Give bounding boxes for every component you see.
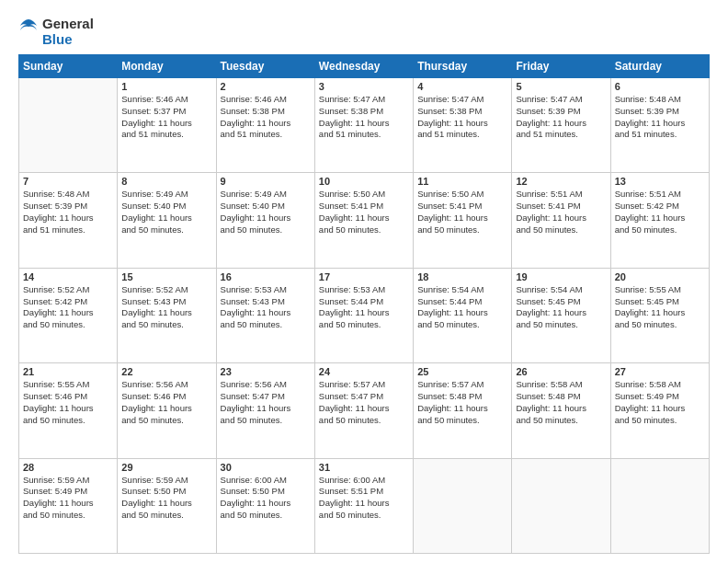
logo: General Blue: [18, 17, 94, 47]
day-info: Sunrise: 5:49 AM Sunset: 5:40 PM Dayligh…: [221, 189, 311, 236]
day-info: Sunrise: 5:50 AM Sunset: 5:41 PM Dayligh…: [417, 189, 507, 236]
calendar-cell: 17Sunrise: 5:53 AM Sunset: 5:44 PM Dayli…: [314, 268, 413, 362]
calendar-cell: 24Sunrise: 5:57 AM Sunset: 5:47 PM Dayli…: [314, 363, 413, 458]
weekday-header-row: SundayMondayTuesdayWednesdayThursdayFrid…: [19, 55, 710, 78]
day-info: Sunrise: 5:50 AM Sunset: 5:41 PM Dayligh…: [319, 189, 409, 236]
day-number: 7: [23, 176, 113, 187]
day-info: Sunrise: 5:52 AM Sunset: 5:43 PM Dayligh…: [121, 284, 211, 331]
calendar-cell: 7Sunrise: 5:48 AM Sunset: 5:39 PM Daylig…: [19, 173, 118, 268]
day-number: 19: [516, 271, 606, 282]
day-info: Sunrise: 5:46 AM Sunset: 5:37 PM Dayligh…: [121, 94, 211, 141]
day-info: Sunrise: 5:47 AM Sunset: 5:38 PM Dayligh…: [319, 94, 409, 141]
page: General Blue SundayMondayTuesdayWednesda…: [0, 0, 728, 563]
day-info: Sunrise: 5:58 AM Sunset: 5:49 PM Dayligh…: [615, 379, 705, 426]
day-number: 29: [121, 462, 211, 473]
calendar-cell: 13Sunrise: 5:51 AM Sunset: 5:42 PM Dayli…: [610, 173, 709, 268]
calendar-cell: 26Sunrise: 5:58 AM Sunset: 5:48 PM Dayli…: [512, 363, 610, 458]
calendar-cell: 10Sunrise: 5:50 AM Sunset: 5:41 PM Dayli…: [314, 173, 413, 268]
day-number: 17: [319, 271, 409, 282]
calendar-cell: 2Sunrise: 5:46 AM Sunset: 5:38 PM Daylig…: [216, 78, 314, 173]
calendar-cell: 31Sunrise: 6:00 AM Sunset: 5:51 PM Dayli…: [314, 458, 413, 553]
day-number: 22: [121, 366, 211, 377]
day-number: 21: [23, 366, 113, 377]
day-info: Sunrise: 5:48 AM Sunset: 5:39 PM Dayligh…: [23, 189, 113, 236]
day-number: 18: [417, 271, 507, 282]
calendar-week-row: 7Sunrise: 5:48 AM Sunset: 5:39 PM Daylig…: [19, 173, 710, 268]
day-info: Sunrise: 5:54 AM Sunset: 5:44 PM Dayligh…: [417, 284, 507, 331]
calendar-cell: 4Sunrise: 5:47 AM Sunset: 5:38 PM Daylig…: [414, 78, 512, 173]
calendar-cell: 15Sunrise: 5:52 AM Sunset: 5:43 PM Dayli…: [118, 268, 216, 362]
day-info: Sunrise: 6:00 AM Sunset: 5:50 PM Dayligh…: [221, 475, 311, 522]
day-number: 25: [417, 366, 507, 377]
calendar-cell: [610, 458, 709, 553]
calendar-week-row: 14Sunrise: 5:52 AM Sunset: 5:42 PM Dayli…: [19, 268, 710, 362]
weekday-header: Wednesday: [314, 55, 413, 78]
weekday-header: Saturday: [610, 55, 709, 78]
day-info: Sunrise: 6:00 AM Sunset: 5:51 PM Dayligh…: [319, 475, 409, 522]
day-number: 31: [319, 462, 409, 473]
calendar-cell: 23Sunrise: 5:56 AM Sunset: 5:47 PM Dayli…: [216, 363, 314, 458]
calendar-cell: 28Sunrise: 5:59 AM Sunset: 5:49 PM Dayli…: [19, 458, 118, 553]
calendar-cell: 22Sunrise: 5:56 AM Sunset: 5:46 PM Dayli…: [118, 363, 216, 458]
day-info: Sunrise: 5:48 AM Sunset: 5:39 PM Dayligh…: [615, 94, 705, 141]
day-info: Sunrise: 5:49 AM Sunset: 5:40 PM Dayligh…: [121, 189, 211, 236]
weekday-header: Thursday: [414, 55, 512, 78]
day-info: Sunrise: 5:46 AM Sunset: 5:38 PM Dayligh…: [221, 94, 311, 141]
day-info: Sunrise: 5:59 AM Sunset: 5:49 PM Dayligh…: [23, 475, 113, 522]
day-info: Sunrise: 5:47 AM Sunset: 5:38 PM Dayligh…: [417, 94, 507, 141]
day-number: 11: [417, 176, 507, 187]
day-info: Sunrise: 5:51 AM Sunset: 5:41 PM Dayligh…: [516, 189, 606, 236]
day-number: 5: [516, 81, 606, 92]
day-number: 12: [516, 176, 606, 187]
day-number: 13: [615, 176, 705, 187]
calendar-cell: 20Sunrise: 5:55 AM Sunset: 5:45 PM Dayli…: [610, 268, 709, 362]
weekday-header: Monday: [118, 55, 216, 78]
day-info: Sunrise: 5:54 AM Sunset: 5:45 PM Dayligh…: [516, 284, 606, 331]
day-number: 8: [121, 176, 211, 187]
day-info: Sunrise: 5:55 AM Sunset: 5:46 PM Dayligh…: [23, 379, 113, 426]
calendar-cell: 1Sunrise: 5:46 AM Sunset: 5:37 PM Daylig…: [118, 78, 216, 173]
day-info: Sunrise: 5:55 AM Sunset: 5:45 PM Dayligh…: [615, 284, 705, 331]
calendar-cell: 9Sunrise: 5:49 AM Sunset: 5:40 PM Daylig…: [216, 173, 314, 268]
calendar-cell: [19, 78, 118, 173]
calendar-cell: 3Sunrise: 5:47 AM Sunset: 5:38 PM Daylig…: [314, 78, 413, 173]
day-info: Sunrise: 5:57 AM Sunset: 5:47 PM Dayligh…: [319, 379, 409, 426]
day-number: 14: [23, 271, 113, 282]
calendar-cell: 29Sunrise: 5:59 AM Sunset: 5:50 PM Dayli…: [118, 458, 216, 553]
logo-text-blue: Blue: [42, 32, 94, 48]
weekday-header: Tuesday: [216, 55, 314, 78]
calendar-cell: 30Sunrise: 6:00 AM Sunset: 5:50 PM Dayli…: [216, 458, 314, 553]
calendar-cell: 18Sunrise: 5:54 AM Sunset: 5:44 PM Dayli…: [414, 268, 512, 362]
weekday-header: Friday: [512, 55, 610, 78]
day-number: 24: [319, 366, 409, 377]
day-number: 3: [319, 81, 409, 92]
day-info: Sunrise: 5:59 AM Sunset: 5:50 PM Dayligh…: [121, 475, 211, 522]
day-number: 26: [516, 366, 606, 377]
day-info: Sunrise: 5:47 AM Sunset: 5:39 PM Dayligh…: [516, 94, 606, 141]
calendar-table: SundayMondayTuesdayWednesdayThursdayFrid…: [18, 54, 710, 554]
day-number: 4: [417, 81, 507, 92]
day-number: 20: [615, 271, 705, 282]
calendar-week-row: 21Sunrise: 5:55 AM Sunset: 5:46 PM Dayli…: [19, 363, 710, 458]
day-number: 27: [615, 366, 705, 377]
day-number: 30: [221, 462, 311, 473]
calendar-cell: [414, 458, 512, 553]
day-info: Sunrise: 5:57 AM Sunset: 5:48 PM Dayligh…: [417, 379, 507, 426]
calendar-cell: 19Sunrise: 5:54 AM Sunset: 5:45 PM Dayli…: [512, 268, 610, 362]
calendar-cell: 12Sunrise: 5:51 AM Sunset: 5:41 PM Dayli…: [512, 173, 610, 268]
weekday-header: Sunday: [19, 55, 118, 78]
day-info: Sunrise: 5:52 AM Sunset: 5:42 PM Dayligh…: [23, 284, 113, 331]
day-number: 15: [121, 271, 211, 282]
calendar-cell: 5Sunrise: 5:47 AM Sunset: 5:39 PM Daylig…: [512, 78, 610, 173]
calendar-cell: 14Sunrise: 5:52 AM Sunset: 5:42 PM Dayli…: [19, 268, 118, 362]
calendar-cell: 8Sunrise: 5:49 AM Sunset: 5:40 PM Daylig…: [118, 173, 216, 268]
header: General Blue: [18, 17, 710, 47]
day-info: Sunrise: 5:56 AM Sunset: 5:47 PM Dayligh…: [221, 379, 311, 426]
day-info: Sunrise: 5:53 AM Sunset: 5:44 PM Dayligh…: [319, 284, 409, 331]
logo-text-general: General: [42, 17, 94, 32]
logo-bird-icon: [18, 17, 39, 43]
calendar-cell: 16Sunrise: 5:53 AM Sunset: 5:43 PM Dayli…: [216, 268, 314, 362]
calendar-cell: 6Sunrise: 5:48 AM Sunset: 5:39 PM Daylig…: [610, 78, 709, 173]
calendar-cell: 11Sunrise: 5:50 AM Sunset: 5:41 PM Dayli…: [414, 173, 512, 268]
day-number: 9: [221, 176, 311, 187]
